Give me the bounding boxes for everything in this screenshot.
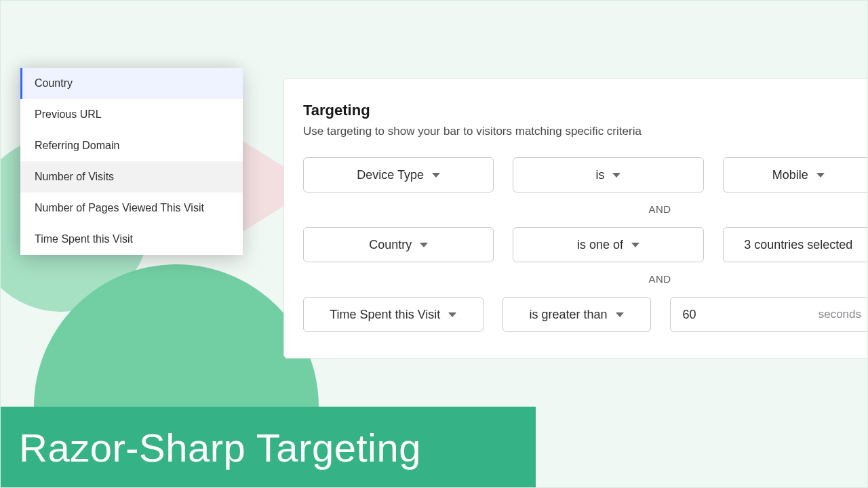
chevron-down-icon [816,173,825,178]
dropdown-item-referring-domain[interactable]: Referring Domain [20,130,243,161]
chevron-down-icon [631,243,639,247]
dropdown-item-time-spent[interactable]: Time Spent this Visit [20,224,243,255]
input-value: 60 [683,308,696,322]
dropdown-item-previous-url[interactable]: Previous URL [20,99,243,130]
targeting-panel: Targeting Use targeting to show your bar… [283,78,868,359]
value-input-seconds[interactable]: 60 seconds [670,297,869,332]
field-select-time-spent[interactable]: Time Spent this Visit [303,297,484,332]
input-unit: seconds [818,308,861,321]
rule-row-3: Time Spent this Visit is greater than 60… [303,297,868,332]
value-input-wrap: 60 seconds [670,297,869,332]
chevron-down-icon [448,312,456,317]
field-label: Country [369,238,412,252]
value-select-mobile[interactable]: Mobile [723,157,868,192]
promo-banner: Razor-Sharp Targeting [0,407,536,488]
operator-label: is greater than [530,308,608,322]
field-select-device-type[interactable]: Device Type [303,157,494,192]
field-label: Time Spent this Visit [330,308,440,322]
field-select-country[interactable]: Country [303,227,494,262]
operator-select-is-one-of[interactable]: is one of [513,227,703,262]
chevron-down-icon [420,243,428,247]
operator-label: is [595,168,604,182]
rule-row-2: Country is one of 3 countries selected [303,227,868,262]
panel-subtitle: Use targeting to show your bar to visito… [303,125,868,138]
value-select-countries[interactable]: 3 countries selected [723,227,868,262]
dropdown-item-country[interactable]: Country [20,68,243,99]
panel-title: Targeting [303,102,868,119]
and-connector: AND [446,262,868,297]
value-label: Mobile [772,168,808,182]
chevron-down-icon [616,312,624,317]
field-label: Device Type [357,168,424,182]
banner-label: Razor-Sharp Targeting [19,425,421,470]
operator-label: is one of [577,238,623,252]
targeting-field-dropdown[interactable]: Country Previous URL Referring Domain Nu… [20,68,243,255]
chevron-down-icon [612,173,620,178]
chevron-down-icon [432,173,440,178]
value-label: 3 countries selected [744,238,852,252]
dropdown-item-number-of-visits[interactable]: Number of Visits [20,161,243,192]
and-connector: AND [446,192,868,227]
rule-row-1: Device Type is Mobile [303,157,868,192]
dropdown-item-pages-viewed[interactable]: Number of Pages Viewed This Visit [20,192,243,224]
operator-select-greater-than[interactable]: is greater than [502,297,651,332]
operator-select-is[interactable]: is [513,157,703,192]
